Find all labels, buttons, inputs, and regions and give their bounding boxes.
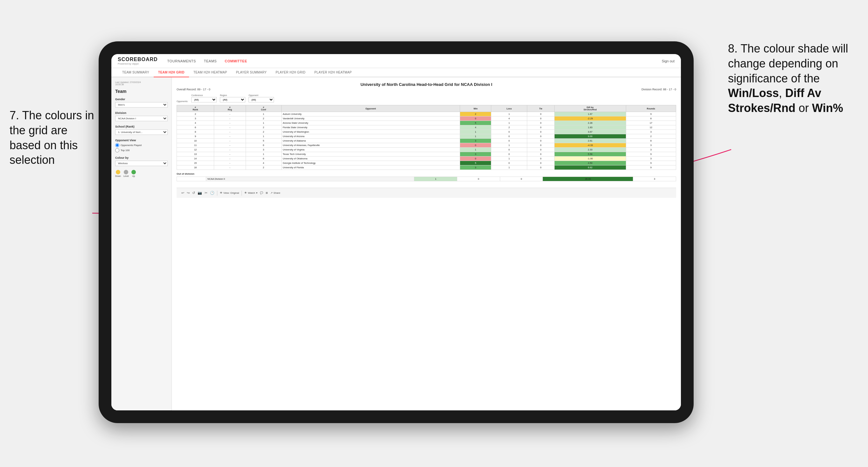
cell-rank: 4 (177, 121, 214, 125)
cell-opponent: University of Oklahoma (281, 157, 460, 161)
tab-team-summary[interactable]: TEAM SUMMARY (118, 68, 154, 77)
cell-conf: 2 (246, 165, 281, 170)
cell-conf: 2 (246, 117, 281, 121)
gender-select[interactable]: Men's (115, 102, 168, 107)
cell-conf: 2 (246, 125, 281, 130)
watch-btn[interactable]: 👁 Watch ▾ (244, 191, 257, 194)
h2h-grid-table: #Rank #Reg #Conf Opponent Win Loss Tie D… (177, 105, 676, 170)
cell-rounds: 9 (626, 152, 676, 157)
table-row: 6 - 2 Florida State University 4 2 0 1.8… (177, 125, 676, 130)
comment-btn[interactable]: 💬 (260, 191, 263, 194)
tab-team-h2h-grid[interactable]: TEAM H2H GRID (154, 68, 189, 77)
cell-win: 0 (460, 157, 491, 161)
legend-down-label: Down (115, 175, 121, 177)
cell-diff: -1.00 (554, 157, 626, 161)
legend-level-label: Level (123, 175, 129, 177)
cell-opponent: Texas Tech University (281, 152, 460, 157)
view-original-btn[interactable]: 👁 View: Original (220, 191, 239, 194)
view-icon: 👁 (220, 191, 222, 194)
tab-player-h2h-heatmap[interactable]: PLAYER H2H HEATMAP (310, 68, 356, 77)
sidebar-opponent-view: Opponent View Opponents Played Top 100 (115, 139, 168, 152)
col-tie: Tie (527, 105, 554, 112)
cell-tie: 0 (527, 165, 554, 170)
sign-out-link[interactable]: Sign out (662, 59, 675, 63)
cell-diff: 2.28 (554, 121, 626, 125)
radio-opponents-played[interactable]: Opponents Played (115, 143, 168, 147)
cell-rank: 8 (177, 130, 214, 134)
main-content: Last Updated: 27/03/2024 16:55:38 Team G… (111, 77, 681, 410)
cell-rank: 11 (177, 143, 214, 148)
grid-content: University of North Carolina Head-to-Hea… (172, 77, 681, 410)
table-row: 3 - 2 Vanderbilt University 0 4 0 -2.29 … (177, 117, 676, 121)
cell-diff: -2.29 (554, 117, 626, 121)
tab-team-h2h-heatmap[interactable]: TEAM H2H HEATMAP (189, 68, 231, 77)
cell-rank: 10 (177, 139, 214, 143)
division-select[interactable]: NCAA Division I (115, 116, 168, 121)
cell-conf: 1 (246, 134, 281, 139)
sidebar-division-section: Division NCAA Division I (115, 111, 168, 121)
table-row: 4 - 1 Arizona State University 5 1 0 2.2… (177, 121, 676, 125)
nav-committee[interactable]: COMMITTEE (225, 59, 247, 63)
redo-icon[interactable]: ↪ (187, 191, 190, 195)
out-of-division-rounds: 3 (633, 177, 676, 181)
cell-rounds: 3 (626, 157, 676, 161)
crop-icon[interactable]: ✂ (205, 191, 208, 195)
cell-loss: 4 (491, 117, 527, 121)
school-select[interactable]: 1. University of Nort... (115, 129, 168, 135)
out-of-division-table: NCAA Division II 1 0 0 26.00 3 (177, 177, 676, 181)
cell-reg: - (214, 134, 246, 139)
cell-diff: 4.50 (554, 161, 626, 165)
out-of-division-loss: 0 (457, 177, 500, 181)
refresh-icon[interactable]: ↺ (192, 191, 195, 195)
out-of-division-tie: 0 (500, 177, 543, 181)
cell-loss: 1 (491, 143, 527, 148)
region-select[interactable]: (All) (220, 97, 245, 102)
cell-win: 3 (460, 165, 491, 170)
grid-btn[interactable]: ⊞ (266, 191, 268, 194)
camera-icon[interactable]: 📷 (197, 191, 202, 195)
cell-tie: 0 (527, 134, 554, 139)
share-icon: ↗ (271, 191, 273, 194)
cell-conf: 3 (246, 148, 281, 152)
cell-win: 0 (460, 117, 491, 121)
cell-tie: 0 (527, 143, 554, 148)
cell-tie: 0 (527, 125, 554, 130)
cell-conf: 2 (246, 130, 281, 134)
cell-conf: 6 (246, 143, 281, 148)
cell-loss: 0 (491, 161, 527, 165)
cell-loss: 1 (491, 157, 527, 161)
nav-tournaments[interactable]: TOURNAMENTS (167, 59, 196, 63)
cell-reg: - (214, 117, 246, 121)
sidebar-gender-label: Gender (115, 98, 168, 101)
tab-player-h2h-grid[interactable]: PLAYER H2H GRID (271, 68, 310, 77)
sidebar: Last Updated: 27/03/2024 16:55:38 Team G… (111, 77, 172, 410)
cell-rounds: 9 (626, 165, 676, 170)
cell-win: 2 (460, 112, 491, 117)
opponents-label: Opponents: (177, 100, 188, 102)
share-btn[interactable]: ↗ Share (271, 191, 280, 194)
main-nav: TOURNAMENTS TEAMS COMMITTEE (167, 59, 652, 63)
legend-down: Down (115, 170, 121, 177)
table-row: 12 - 3 University of Virginia 1 0 0 2.33… (177, 148, 676, 152)
undo-icon[interactable]: ↩ (181, 191, 184, 195)
nav-teams[interactable]: TEAMS (204, 59, 217, 63)
cell-opponent: University of Virginia (281, 148, 460, 152)
cell-reg: - (214, 152, 246, 157)
conference-filter: Conference (All) (191, 94, 217, 102)
cell-tie: 0 (527, 117, 554, 121)
filters-row: Opponents: Conference (All) Region (All) (177, 94, 676, 102)
legend-up-label: Up (132, 175, 135, 177)
cell-opponent: Georgia Institute of Technology (281, 161, 460, 165)
opponent-select[interactable]: (All) (248, 97, 274, 102)
cell-opponent: Vanderbilt University (281, 117, 460, 121)
colour-by-select[interactable]: Win/loss (115, 161, 168, 166)
logo-sub: Powered by clippd (118, 62, 158, 65)
clock-icon[interactable]: 🕐 (210, 191, 214, 195)
table-row: 13 - 1 Texas Tech University 3 0 0 5.56 … (177, 152, 676, 157)
radio-top-100[interactable]: Top 100 (115, 148, 168, 152)
conference-select[interactable]: (All) (191, 97, 217, 102)
cell-win: 3 (460, 152, 491, 157)
col-opponent: Opponent (281, 105, 460, 112)
cell-rounds: 2 (626, 134, 676, 139)
tab-player-summary[interactable]: PLAYER SUMMARY (231, 68, 271, 77)
